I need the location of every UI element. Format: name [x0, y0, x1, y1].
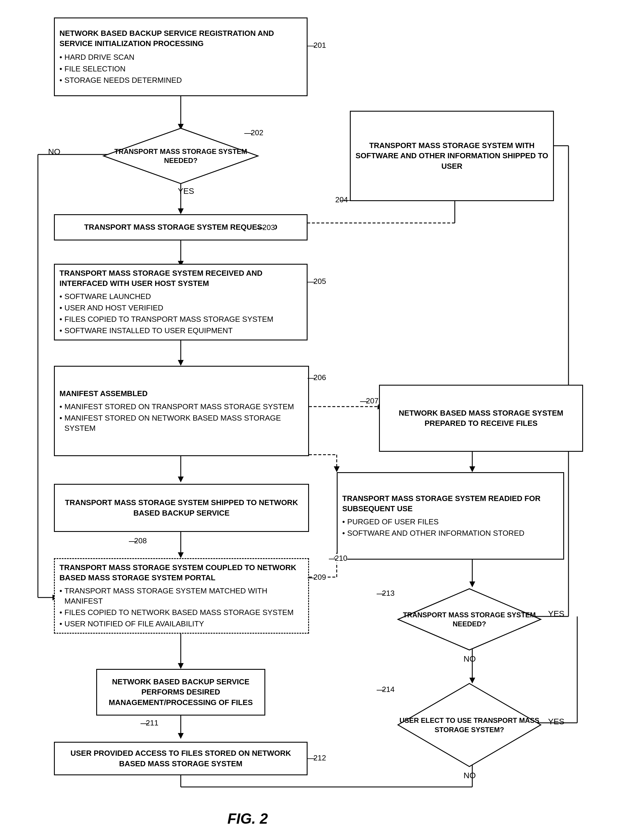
- box-212-text: USER PROVIDED ACCESS TO FILES STORED ON …: [60, 748, 302, 769]
- box-212: USER PROVIDED ACCESS TO FILES STORED ON …: [54, 742, 308, 775]
- box-205-bullet-2: USER AND HOST VERIFIED: [60, 303, 163, 313]
- box-206-bullet-1: MANIFEST STORED ON TRANSPORT MASS STORAG…: [60, 402, 294, 412]
- no-label-214: NO: [464, 771, 476, 780]
- label-201: 201: [313, 41, 326, 50]
- box-209-bullet-3: USER NOTIFIED OF FILE AVAILABILITY: [60, 619, 204, 629]
- diamond-213: TRANSPORT MASS STORAGE SYSTEM NEEDED?: [396, 587, 542, 651]
- label-208: 208: [134, 536, 147, 545]
- svg-marker-10: [178, 360, 184, 366]
- box-201: NETWORK BASED BACKUP SERVICE REGISTRATIO…: [54, 17, 308, 96]
- label-207: 207: [366, 396, 378, 406]
- box-205-bullet-3: FILES COPIED TO TRANSPORT MASS STORAGE S…: [60, 314, 273, 324]
- label-213: 213: [382, 589, 395, 598]
- diamond-202-text: TRANSPORT MASS STORAGE SYSTEM NEEDED?: [102, 144, 259, 168]
- box-201-title: NETWORK BASED BACKUP SERVICE REGISTRATIO…: [60, 28, 302, 49]
- diamond-214-text: USER ELECT TO USE TRANSPORT MASS STORAGE…: [396, 713, 542, 737]
- label-202: 202: [251, 128, 263, 137]
- box-209-bullet-1: TRANSPORT MASS STORAGE SYSTEM MATCHED WI…: [60, 586, 303, 606]
- figure-label: FIG. 2: [227, 810, 268, 827]
- label-203: 203: [262, 223, 275, 232]
- no-label-202: NO: [48, 147, 60, 156]
- yes-label-214: YES: [548, 717, 564, 726]
- svg-marker-14: [178, 552, 184, 558]
- box-201-bullet-2: FILE SELECTION: [60, 64, 126, 74]
- box-207: NETWORK BASED MASS STORAGE SYSTEM PREPAR…: [379, 385, 583, 452]
- svg-marker-29: [469, 466, 475, 472]
- box-205: TRANSPORT MASS STORAGE SYSTEM RECEIVED A…: [54, 264, 308, 340]
- svg-marker-31: [469, 581, 475, 587]
- box-208-text: TRANSPORT MASS STORAGE SYSTEM SHIPPED TO…: [60, 497, 303, 518]
- label-211: 211: [146, 718, 158, 728]
- box-208: TRANSPORT MASS STORAGE SYSTEM SHIPPED TO…: [54, 484, 309, 532]
- box-211: NETWORK BASED BACKUP SERVICE PERFORMS DE…: [96, 669, 265, 715]
- label-205: 205: [313, 277, 326, 286]
- svg-marker-18: [178, 733, 184, 739]
- svg-marker-27: [334, 466, 339, 472]
- box-209: TRANSPORT MASS STORAGE SYSTEM COUPLED TO…: [54, 558, 309, 634]
- box-205-bullet-1: SOFTWARE LAUNCHED: [60, 292, 151, 302]
- label-204: 204: [335, 195, 348, 204]
- box-211-text: NETWORK BASED BACKUP SERVICE PERFORMS DE…: [102, 677, 260, 707]
- diamond-214: USER ELECT TO USE TRANSPORT MASS STORAGE…: [396, 682, 542, 768]
- svg-marker-12: [178, 477, 184, 482]
- diagram-container: NETWORK BASED BACKUP SERVICE REGISTRATIO…: [0, 0, 630, 840]
- box-210-bullet-1: PURGED OF USER FILES: [342, 517, 439, 527]
- box-204-text: TRANSPORT MASS STORAGE SYSTEM WITH SOFTW…: [355, 141, 548, 171]
- label-212: 212: [313, 753, 326, 763]
- yes-label-213: YES: [548, 609, 564, 619]
- no-label-213: NO: [464, 654, 476, 664]
- box-210-bullet-2: SOFTWARE AND OTHER INFORMATION STORED: [342, 528, 524, 538]
- box-207-text: NETWORK BASED MASS STORAGE SYSTEM PREPAR…: [385, 408, 578, 428]
- box-205-bullet-4: SOFTWARE INSTALLED TO USER EQUIPMENT: [60, 325, 233, 336]
- svg-marker-16: [178, 663, 184, 669]
- box-210: TRANSPORT MASS STORAGE SYSTEM READIED FO…: [337, 472, 564, 560]
- box-209-title: TRANSPORT MASS STORAGE SYSTEM COUPLED TO…: [60, 562, 303, 583]
- diamond-213-text: TRANSPORT MASS STORAGE SYSTEM NEEDED?: [396, 608, 542, 631]
- box-201-bullet-1: HARD DRIVE SCAN: [60, 52, 134, 62]
- box-203-text: TRANSPORT MASS STORAGE SYSTEM REQUESTED: [84, 222, 278, 232]
- box-206-title: MANIFEST ASSEMBLED: [60, 388, 147, 399]
- label-206: 206: [313, 373, 326, 382]
- label-209: 209: [313, 573, 326, 582]
- diamond-202: TRANSPORT MASS STORAGE SYSTEM NEEDED?: [102, 127, 259, 185]
- svg-marker-3: [178, 208, 184, 214]
- box-206-bullet-2: MANIFEST STORED ON NETWORK BASED MASS ST…: [60, 413, 303, 433]
- yes-label-202: YES: [178, 186, 194, 196]
- box-201-bullet-3: STORAGE NEEDS DETERMINED: [60, 75, 182, 85]
- box-210-title: TRANSPORT MASS STORAGE SYSTEM READIED FO…: [342, 493, 559, 514]
- box-206: MANIFEST ASSEMBLED MANIFEST STORED ON TR…: [54, 366, 309, 456]
- box-205-title: TRANSPORT MASS STORAGE SYSTEM RECEIVED A…: [60, 268, 302, 289]
- label-210: 210: [335, 554, 347, 563]
- box-204: TRANSPORT MASS STORAGE SYSTEM WITH SOFTW…: [350, 111, 554, 201]
- label-214: 214: [382, 685, 395, 694]
- box-209-bullet-2: FILES COPIED TO NETWORK BASED MASS STORA…: [60, 608, 294, 617]
